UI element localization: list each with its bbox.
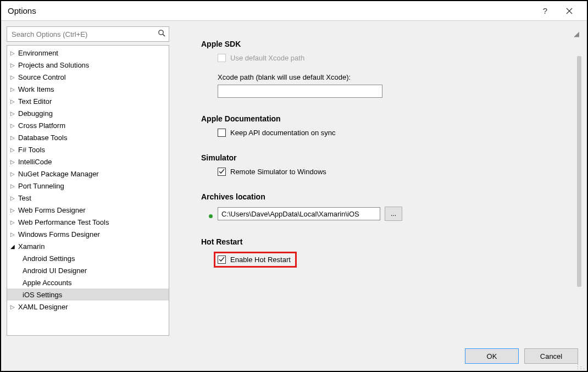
- tree-item-web-performance-test-tools[interactable]: ▷Web Performance Test Tools: [7, 216, 169, 228]
- tree-item-label: Port Tunneling: [18, 182, 64, 190]
- chevron-right-icon[interactable]: ▷: [10, 110, 16, 116]
- titlebar: Options ?: [1, 1, 587, 21]
- tree-item-label: Projects and Solutions: [18, 61, 89, 69]
- cancel-button[interactable]: Cancel: [524, 348, 578, 364]
- apple-sdk-title: Apple SDK: [201, 40, 569, 48]
- tree-item-cross-platform[interactable]: ▷Cross Platform: [7, 119, 169, 131]
- hot-restart-highlight: Enable Hot Restart: [214, 252, 297, 268]
- tree-item-source-control[interactable]: ▷Source Control: [7, 71, 169, 83]
- keep-api-checkbox[interactable]: [218, 129, 226, 137]
- search-input[interactable]: [7, 26, 169, 42]
- chevron-right-icon[interactable]: ▷: [10, 123, 16, 129]
- tree-item-apple-accounts[interactable]: Apple Accounts: [7, 276, 169, 288]
- sidebar: ▷Environment▷Projects and Solutions▷Sour…: [7, 26, 169, 336]
- content-area: ▷Environment▷Projects and Solutions▷Sour…: [1, 21, 587, 341]
- tree-item-text-editor[interactable]: ▷Text Editor: [7, 95, 169, 107]
- scrollbar-thumb[interactable]: [577, 56, 581, 287]
- tree-item-label: Source Control: [18, 73, 66, 81]
- chevron-down-icon[interactable]: ◢: [10, 243, 16, 249]
- tree-item-android-ui-designer[interactable]: Android UI Designer: [7, 264, 169, 276]
- tree-item-web-forms-designer[interactable]: ▷Web Forms Designer: [7, 204, 169, 216]
- tree-item-label: Database Tools: [18, 134, 67, 142]
- tree-item-label: Windows Forms Designer: [18, 230, 100, 238]
- tree-item-nuget-package-manager[interactable]: ▷NuGet Package Manager: [7, 168, 169, 180]
- tree-item-label: Text Editor: [18, 97, 52, 106]
- options-tree[interactable]: ▷Environment▷Projects and Solutions▷Sour…: [7, 45, 169, 336]
- chevron-right-icon[interactable]: ▷: [10, 171, 16, 177]
- tree-item-label: XAML Designer: [18, 303, 68, 311]
- section-hot-restart: Hot Restart Enable Hot Restart: [201, 237, 569, 268]
- apple-docs-title: Apple Documentation: [201, 114, 569, 123]
- search-icon[interactable]: [158, 29, 166, 39]
- tree-item-label: Test: [18, 194, 31, 202]
- tree-item-label: Xamarin: [18, 242, 45, 251]
- remote-simulator-label: Remote Simulator to Windows: [230, 168, 326, 176]
- help-button[interactable]: ?: [533, 1, 557, 21]
- main-panel: ◢ Apple SDK Use default Xcode path Xcode…: [175, 26, 581, 336]
- xcode-path-label: Xcode path (blank will use default Xcode…: [218, 73, 569, 81]
- archives-path-input[interactable]: [218, 207, 380, 220]
- xcode-path-input[interactable]: [218, 85, 382, 98]
- tree-item-environment[interactable]: ▷Environment: [7, 47, 169, 59]
- resize-grip-icon[interactable]: .. .. . .: [577, 362, 585, 369]
- enable-hot-restart-checkbox[interactable]: [218, 256, 226, 264]
- section-archives: Archives location ...: [201, 192, 569, 221]
- remote-simulator-checkbox[interactable]: [218, 168, 226, 176]
- tree-item-label: Debugging: [18, 109, 53, 118]
- tree-item-port-tunneling[interactable]: ▷Port Tunneling: [7, 180, 169, 192]
- chevron-right-icon[interactable]: ▷: [10, 98, 16, 104]
- tree-item-xaml-designer[interactable]: ▷XAML Designer: [7, 301, 169, 313]
- tree-item-label: iOS Settings: [23, 291, 62, 299]
- enable-hot-restart-label: Enable Hot Restart: [230, 256, 291, 264]
- chevron-right-icon[interactable]: ▷: [10, 86, 16, 92]
- tree-item-label: IntelliCode: [18, 158, 52, 166]
- tree-item-ios-settings[interactable]: iOS Settings: [7, 288, 169, 301]
- chevron-right-icon[interactable]: ▷: [10, 207, 16, 213]
- chevron-right-icon[interactable]: ▷: [10, 62, 16, 68]
- section-apple-docs: Apple Documentation Keep API documentati…: [201, 114, 569, 137]
- chevron-right-icon[interactable]: ▷: [10, 231, 16, 237]
- chevron-right-icon[interactable]: ▷: [10, 304, 16, 310]
- hot-restart-title: Hot Restart: [201, 237, 569, 246]
- close-button[interactable]: [557, 1, 581, 21]
- ok-button[interactable]: OK: [465, 348, 519, 364]
- tree-item-f-tools[interactable]: ▷F# Tools: [7, 143, 169, 156]
- dialog-title: Options: [8, 6, 533, 15]
- keep-api-label: Keep API documentation on sync: [230, 129, 336, 137]
- section-apple-sdk: Apple SDK Use default Xcode path Xcode p…: [201, 40, 569, 98]
- chevron-right-icon[interactable]: ▷: [10, 74, 16, 80]
- status-dot-icon: [209, 214, 213, 218]
- tree-item-label: Web Forms Designer: [18, 206, 86, 214]
- tree-item-windows-forms-designer[interactable]: ▷Windows Forms Designer: [7, 228, 169, 240]
- tree-item-intellicode[interactable]: ▷IntelliCode: [7, 156, 169, 168]
- tree-item-test[interactable]: ▷Test: [7, 192, 169, 204]
- dialog-footer: OK Cancel .. .. . .: [1, 341, 587, 371]
- tree-item-android-settings[interactable]: Android Settings: [7, 252, 169, 264]
- tree-item-xamarin[interactable]: ◢Xamarin: [7, 240, 169, 252]
- chevron-right-icon[interactable]: ▷: [10, 147, 16, 153]
- tree-item-work-items[interactable]: ▷Work Items: [7, 83, 169, 95]
- tree-item-label: Web Performance Test Tools: [18, 218, 109, 226]
- tree-item-database-tools[interactable]: ▷Database Tools: [7, 131, 169, 143]
- chevron-right-icon[interactable]: ▷: [10, 50, 16, 56]
- simulator-title: Simulator: [201, 153, 569, 162]
- chevron-right-icon[interactable]: ▷: [10, 183, 16, 189]
- search-wrap: [7, 26, 169, 42]
- use-default-xcode-label: Use default Xcode path: [230, 54, 304, 62]
- chevron-right-icon[interactable]: ▷: [10, 195, 16, 201]
- chevron-right-icon[interactable]: ▷: [10, 135, 16, 141]
- use-default-xcode-checkbox: [218, 54, 226, 62]
- tree-item-label: Work Items: [18, 85, 54, 93]
- tree-item-label: F# Tools: [18, 146, 45, 154]
- tree-item-debugging[interactable]: ▷Debugging: [7, 107, 169, 119]
- browse-button[interactable]: ...: [385, 207, 402, 221]
- tree-item-projects-and-solutions[interactable]: ▷Projects and Solutions: [7, 59, 169, 71]
- tree-item-label: Cross Platform: [18, 121, 65, 130]
- tree-item-label: Apple Accounts: [23, 279, 72, 287]
- chevron-right-icon[interactable]: ▷: [10, 219, 16, 225]
- close-icon: [566, 8, 573, 14]
- resize-grip-top-icon: ◢: [574, 30, 579, 38]
- tree-item-label: Environment: [18, 49, 58, 57]
- tree-item-label: Android UI Designer: [23, 266, 87, 275]
- chevron-right-icon[interactable]: ▷: [10, 159, 16, 165]
